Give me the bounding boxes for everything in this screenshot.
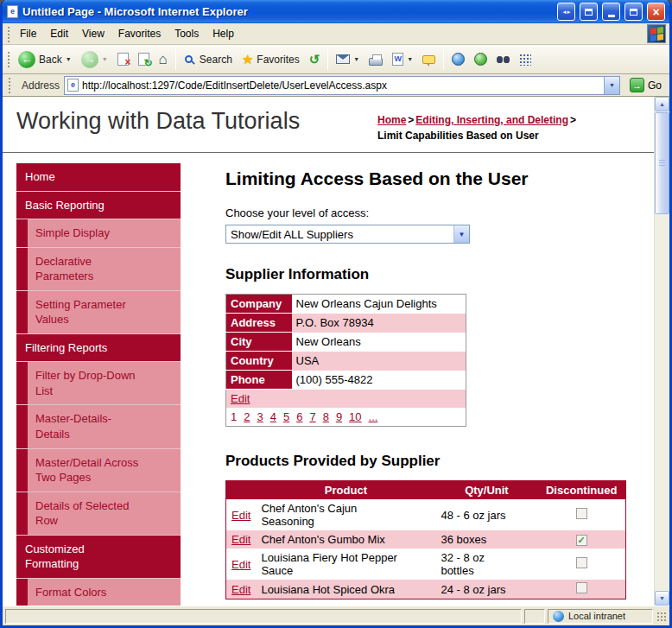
page-favicon: e [67, 79, 79, 92]
scroll-up-button[interactable]: ▲ [655, 97, 669, 111]
sidebar-item-declarative-parameters: Declarative Parameters [16, 248, 181, 291]
field-row: Company New Orleans Cajun Delights [226, 295, 466, 314]
forward-caret-icon: ▼ [102, 56, 108, 62]
stop-button[interactable]: × [113, 50, 133, 68]
vertical-scrollbar[interactable]: ▲ ▼ [654, 97, 669, 606]
window-extra-button-1[interactable]: ◄► [557, 3, 575, 21]
field-row: City New Orleans [226, 333, 466, 352]
discontinued-checkbox[interactable]: ✓ [576, 557, 587, 568]
menu-file[interactable]: File [13, 24, 43, 43]
product-edit-link[interactable]: Edit [231, 558, 250, 571]
product-name: Louisiana Fiery Hot Pepper Sauce [256, 549, 435, 580]
toolbar-grip[interactable] [7, 51, 10, 67]
field-label: City [226, 333, 292, 352]
scroll-thumb[interactable] [655, 112, 669, 214]
breadcrumb-section-link[interactable]: Editing, Inserting, and Deleting [415, 114, 568, 126]
maximize-button[interactable] [624, 3, 643, 21]
masthead: Working with Data Tutorials Home>Editing… [3, 97, 654, 153]
sidebar-item-filtering-reports[interactable]: Filtering Reports [16, 334, 181, 363]
supplier-details-table: Company New Orleans Cajun Delights Addre… [225, 294, 466, 427]
discontinued-checkbox[interactable]: ✓ [576, 508, 587, 519]
access-level-select[interactable]: Show/Edit ALL Suppliers ▼ [225, 225, 470, 244]
close-icon: × [652, 6, 659, 18]
favorites-star-icon: ★ [242, 53, 253, 66]
addressbar: Address e http://localhost:1297/Code/Edi… [3, 74, 669, 97]
sidebar-item-setting-parameter-values: Setting Parameter Values [16, 291, 181, 334]
forward-button[interactable]: → ▼ [77, 48, 112, 71]
breadcrumb: Home>Editing, Inserting, and Deleting> L… [377, 108, 635, 143]
status-bar: Local intranet [3, 606, 669, 625]
research-button[interactable] [492, 54, 514, 66]
sidebar-item-master-detail-two-pages: Master/Detail Across Two Pages [16, 449, 181, 492]
close-button[interactable]: × [647, 3, 665, 21]
pager-page-link[interactable]: 10 [349, 410, 361, 423]
pager-ellipsis-link[interactable]: ... [369, 410, 378, 423]
pager-page-link[interactable]: 2 [244, 410, 250, 423]
print-icon [369, 58, 383, 66]
product-row: Edit Chef Anton's Gumbo Mix 36 boxes ✓ [226, 530, 626, 549]
menu-edit[interactable]: Edit [43, 24, 75, 43]
messenger-button[interactable] [470, 50, 491, 68]
pager-page-link[interactable]: 4 [270, 410, 276, 423]
window-title: Untitled Page - Microsoft Internet Explo… [22, 5, 553, 18]
home-icon: ⌂ [159, 52, 168, 67]
supplier-edit-link[interactable]: Edit [231, 392, 250, 405]
favorites-button[interactable]: ★ Favorites [238, 50, 304, 68]
mail-button[interactable]: ▼ [332, 52, 364, 67]
product-edit-link[interactable]: Edit [231, 509, 250, 522]
menu-favorites[interactable]: Favorites [111, 24, 168, 43]
search-label: Search [200, 54, 232, 66]
product-edit-link[interactable]: Edit [231, 533, 250, 546]
pager-page-link[interactable]: 9 [336, 410, 342, 423]
product-qty: 24 - 8 oz jars [435, 580, 537, 599]
search-button[interactable]: Search [180, 51, 237, 68]
resize-grip[interactable] [656, 611, 667, 622]
pager-page-link[interactable]: 3 [257, 410, 263, 423]
address-dropdown-button[interactable]: ▼ [604, 77, 619, 94]
select-dropdown-button[interactable]: ▼ [453, 225, 469, 243]
address-input[interactable]: e http://localhost:1297/Code/EditInsertD… [64, 76, 620, 95]
discontinued-checkbox[interactable]: ✓ [576, 582, 587, 593]
menu-view[interactable]: View [75, 24, 111, 43]
product-name: Chef Anton's Cajun Seasoning [256, 499, 435, 530]
binoculars-icon [497, 56, 510, 63]
field-label: Country [226, 352, 292, 371]
menu-tools[interactable]: Tools [168, 24, 206, 43]
extra-glyph [585, 9, 593, 16]
print-button[interactable] [365, 51, 387, 68]
go-button[interactable]: → Go [624, 76, 667, 94]
grid-tool-button[interactable] [515, 51, 536, 68]
back-caret-icon: ▼ [66, 56, 72, 62]
scroll-up-icon: ▲ [659, 101, 665, 107]
product-row: Edit Chef Anton's Cajun Seasoning 48 - 6… [226, 499, 626, 530]
edit-page-button[interactable]: W ▼ [388, 50, 417, 68]
pager-page-link[interactable]: 5 [283, 410, 289, 423]
history-button[interactable]: ↺ [305, 50, 325, 68]
back-button[interactable]: ← Back ▼ [14, 48, 76, 71]
page-content: Working with Data Tutorials Home>Editing… [3, 97, 654, 606]
product-edit-link[interactable]: Edit [231, 583, 250, 596]
supplier-heading: Supplier Information [225, 266, 637, 283]
discuss-button[interactable] [418, 53, 440, 67]
toolbar-grip[interactable] [7, 26, 10, 42]
sidebar-item-customized-formatting[interactable]: Customized Formatting [16, 536, 181, 579]
window-extra-button-2[interactable] [580, 3, 598, 21]
toolbar-grip[interactable] [8, 77, 11, 93]
scroll-down-button[interactable]: ▼ [655, 591, 669, 606]
sidebar-item-basic-reporting[interactable]: Basic Reporting [16, 192, 181, 220]
pager-page-link[interactable]: 8 [323, 410, 329, 423]
home-button[interactable]: ⌂ [155, 49, 172, 69]
pager-page-link[interactable]: 6 [296, 410, 302, 423]
menu-help[interactable]: Help [206, 24, 241, 43]
sidebar-item-home[interactable]: Home [16, 163, 181, 192]
minimize-button[interactable] [602, 3, 620, 21]
discontinued-checkbox[interactable]: ✓ [576, 535, 587, 546]
sidebar-item-details-of-selected-row: Details of Selected Row [16, 492, 181, 536]
pager-page-link[interactable]: 7 [309, 410, 315, 423]
breadcrumb-home-link[interactable]: Home [377, 114, 406, 126]
web-globe-button[interactable] [447, 50, 469, 68]
breadcrumb-current: Limit Capabilities Based on User [377, 130, 539, 142]
titlebar[interactable]: e Untitled Page - Microsoft Internet Exp… [3, 0, 669, 23]
refresh-button[interactable]: ↻ [134, 50, 154, 68]
sidebar-item-simple-display: Simple Display [16, 219, 181, 248]
